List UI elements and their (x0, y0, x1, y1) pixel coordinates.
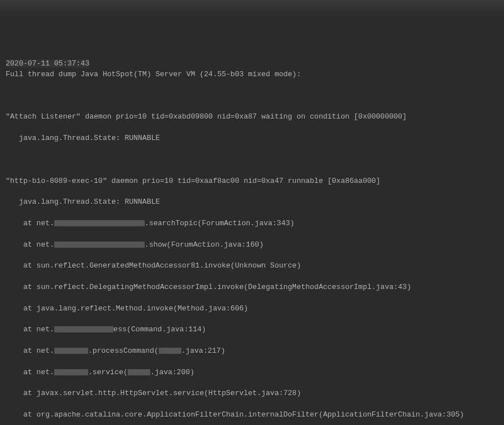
stack-trace: at net..searchTopic(ForumAction.java:343… (6, 218, 498, 425)
stack-frame: at net.ess(Command.java:114) (6, 325, 498, 335)
redacted-text (128, 369, 150, 375)
redacted-text (159, 348, 181, 354)
stack-frame: at org.apache.catalina.core.ApplicationF… (6, 410, 498, 420)
stack-frame: at net..searchTopic(ForumAction.java:343… (6, 218, 498, 229)
redacted-text (54, 369, 88, 375)
blank-line (6, 155, 498, 165)
stack-frame: at sun.reflect.GeneratedMethodAccessor81… (6, 261, 498, 271)
stack-frame: at net..show(ForumAction.java:160) (6, 240, 498, 251)
blank-line (6, 91, 498, 102)
thread-title: "http-bio-8089-exec-10" daemon prio=10 t… (6, 176, 498, 187)
redacted-text (54, 326, 114, 332)
redacted-text (54, 348, 88, 354)
stack-frame: at java.lang.reflect.Method.invoke(Metho… (6, 304, 498, 314)
redacted-text (54, 220, 145, 226)
dump-header: Full thread dump Java HotSpot(TM) Server… (6, 69, 498, 80)
stack-frame: at net..processCommand(.java:217) (6, 346, 498, 357)
redacted-text (54, 242, 145, 248)
thread-state: java.lang.Thread.State: RUNNABLE (6, 133, 498, 144)
dump-timestamp: 2020-07-11 05:37:43 (6, 59, 89, 68)
thread-state: java.lang.Thread.State: RUNNABLE (6, 197, 498, 208)
thread-dump-output[interactable]: 2020-07-11 05:37:43 Full thread dump Jav… (6, 48, 498, 425)
stack-frame: at net..service(.java:200) (6, 367, 498, 378)
thread-title: "Attach Listener" daemon prio=10 tid=0xa… (6, 112, 498, 122)
stack-frame: at sun.reflect.DelegatingMethodAccessorI… (6, 282, 498, 293)
stack-frame: at javax.servlet.http.HttpServlet.servic… (6, 388, 498, 399)
